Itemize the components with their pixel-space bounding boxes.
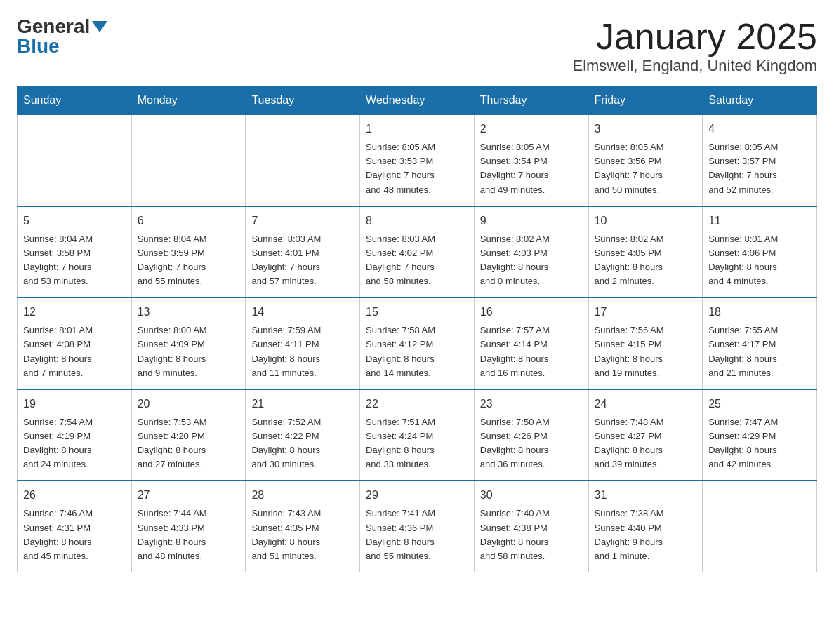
day-info: Sunrise: 7:52 AMSunset: 4:22 PMDaylight:… [251, 415, 354, 472]
day-info: Sunrise: 8:05 AMSunset: 3:56 PMDaylight:… [595, 140, 697, 197]
day-info: Sunrise: 8:03 AMSunset: 4:02 PMDaylight:… [366, 232, 468, 289]
day-info: Sunrise: 7:40 AMSunset: 4:38 PMDaylight:… [480, 507, 583, 563]
table-row: 10Sunrise: 8:02 AMSunset: 4:05 PMDayligh… [588, 206, 703, 298]
day-info: Sunrise: 7:38 AMSunset: 4:40 PMDaylight:… [595, 507, 697, 563]
logo-general-text: General [17, 17, 90, 36]
table-row: 28Sunrise: 7:43 AMSunset: 4:35 PMDayligh… [246, 481, 360, 572]
table-row [246, 114, 360, 206]
day-info: Sunrise: 7:59 AMSunset: 4:11 PMDaylight:… [251, 323, 354, 380]
day-number: 15 [366, 304, 468, 321]
table-row [18, 114, 132, 206]
day-number: 9 [480, 213, 583, 229]
header-tuesday: Tuesday [246, 87, 360, 115]
day-number: 22 [366, 396, 468, 412]
day-info: Sunrise: 8:05 AMSunset: 3:54 PMDaylight:… [480, 140, 583, 197]
svg-marker-0 [92, 21, 107, 32]
logo: General Blue [17, 17, 107, 56]
table-row: 3Sunrise: 8:05 AMSunset: 3:56 PMDaylight… [588, 114, 703, 206]
header-friday: Friday [588, 87, 703, 115]
day-info: Sunrise: 7:56 AMSunset: 4:15 PMDaylight:… [595, 323, 697, 380]
location-title: Elmswell, England, United Kingdom [572, 57, 817, 75]
day-number: 31 [595, 487, 697, 504]
day-info: Sunrise: 7:48 AMSunset: 4:27 PMDaylight:… [595, 415, 697, 472]
logo-blue-text: Blue [17, 36, 60, 56]
day-number: 29 [366, 487, 468, 504]
table-row: 17Sunrise: 7:56 AMSunset: 4:15 PMDayligh… [588, 297, 703, 389]
table-row [703, 481, 817, 572]
table-row: 24Sunrise: 7:48 AMSunset: 4:27 PMDayligh… [588, 389, 703, 481]
day-number: 4 [708, 121, 811, 137]
day-number: 23 [480, 396, 583, 412]
month-title: January 2025 [572, 17, 817, 57]
day-number: 5 [23, 213, 126, 229]
day-info: Sunrise: 7:46 AMSunset: 4:31 PMDaylight:… [23, 507, 126, 563]
day-number: 2 [480, 121, 583, 137]
day-info: Sunrise: 7:51 AMSunset: 4:24 PMDaylight:… [366, 415, 468, 472]
day-info: Sunrise: 8:05 AMSunset: 3:57 PMDaylight:… [708, 140, 811, 197]
header-wednesday: Wednesday [360, 87, 475, 115]
table-row: 9Sunrise: 8:02 AMSunset: 4:03 PMDaylight… [474, 206, 588, 298]
day-number: 30 [480, 487, 583, 504]
day-number: 14 [251, 304, 354, 321]
day-number: 28 [251, 487, 354, 504]
table-row: 11Sunrise: 8:01 AMSunset: 4:06 PMDayligh… [703, 206, 817, 298]
table-row: 31Sunrise: 7:38 AMSunset: 4:40 PMDayligh… [588, 481, 703, 572]
header-thursday: Thursday [474, 87, 588, 115]
header-monday: Monday [131, 87, 246, 115]
day-info: Sunrise: 8:01 AMSunset: 4:06 PMDaylight:… [708, 232, 811, 289]
calendar-week-row: 5Sunrise: 8:04 AMSunset: 3:58 PMDaylight… [18, 206, 817, 298]
day-info: Sunrise: 8:05 AMSunset: 3:53 PMDaylight:… [366, 140, 468, 197]
title-block: January 2025 Elmswell, England, United K… [572, 17, 817, 75]
header-saturday: Saturday [703, 87, 817, 115]
table-row: 14Sunrise: 7:59 AMSunset: 4:11 PMDayligh… [246, 297, 360, 389]
table-row: 30Sunrise: 7:40 AMSunset: 4:38 PMDayligh… [474, 481, 588, 572]
day-number: 12 [23, 304, 126, 321]
day-info: Sunrise: 7:47 AMSunset: 4:29 PMDaylight:… [708, 415, 811, 472]
calendar-week-row: 19Sunrise: 7:54 AMSunset: 4:19 PMDayligh… [18, 389, 817, 481]
day-number: 1 [366, 121, 468, 137]
day-number: 24 [595, 396, 697, 412]
day-number: 19 [23, 396, 126, 412]
table-row: 29Sunrise: 7:41 AMSunset: 4:36 PMDayligh… [360, 481, 475, 572]
table-row: 1Sunrise: 8:05 AMSunset: 3:53 PMDaylight… [360, 114, 475, 206]
calendar-week-row: 12Sunrise: 8:01 AMSunset: 4:08 PMDayligh… [18, 297, 817, 389]
day-number: 11 [708, 213, 811, 229]
table-row: 5Sunrise: 8:04 AMSunset: 3:58 PMDaylight… [18, 206, 132, 298]
day-info: Sunrise: 8:04 AMSunset: 3:59 PMDaylight:… [138, 232, 240, 289]
day-number: 17 [595, 304, 697, 321]
calendar-table: Sunday Monday Tuesday Wednesday Thursday… [17, 86, 817, 572]
day-number: 6 [138, 213, 240, 229]
day-info: Sunrise: 8:04 AMSunset: 3:58 PMDaylight:… [23, 232, 126, 289]
day-number: 18 [708, 304, 811, 321]
day-number: 27 [138, 487, 240, 504]
table-row: 18Sunrise: 7:55 AMSunset: 4:17 PMDayligh… [703, 297, 817, 389]
table-row: 21Sunrise: 7:52 AMSunset: 4:22 PMDayligh… [246, 389, 360, 481]
table-row: 7Sunrise: 8:03 AMSunset: 4:01 PMDaylight… [246, 206, 360, 298]
table-row: 22Sunrise: 7:51 AMSunset: 4:24 PMDayligh… [360, 389, 475, 481]
day-info: Sunrise: 7:57 AMSunset: 4:14 PMDaylight:… [480, 323, 583, 380]
day-info: Sunrise: 8:01 AMSunset: 4:08 PMDaylight:… [23, 323, 126, 380]
day-info: Sunrise: 7:54 AMSunset: 4:19 PMDaylight:… [23, 415, 126, 472]
table-row: 6Sunrise: 8:04 AMSunset: 3:59 PMDaylight… [131, 206, 246, 298]
day-number: 21 [251, 396, 354, 412]
day-info: Sunrise: 7:50 AMSunset: 4:26 PMDaylight:… [480, 415, 583, 472]
day-info: Sunrise: 8:03 AMSunset: 4:01 PMDaylight:… [251, 232, 354, 289]
day-info: Sunrise: 8:00 AMSunset: 4:09 PMDaylight:… [138, 323, 240, 380]
calendar-week-row: 1Sunrise: 8:05 AMSunset: 3:53 PMDaylight… [18, 114, 817, 206]
day-info: Sunrise: 7:55 AMSunset: 4:17 PMDaylight:… [708, 323, 811, 380]
day-number: 25 [708, 396, 811, 412]
day-number: 26 [23, 487, 126, 504]
table-row: 8Sunrise: 8:03 AMSunset: 4:02 PMDaylight… [360, 206, 475, 298]
day-info: Sunrise: 7:41 AMSunset: 4:36 PMDaylight:… [366, 507, 468, 563]
day-info: Sunrise: 8:02 AMSunset: 4:03 PMDaylight:… [480, 232, 583, 289]
table-row: 16Sunrise: 7:57 AMSunset: 4:14 PMDayligh… [474, 297, 588, 389]
table-row: 4Sunrise: 8:05 AMSunset: 3:57 PMDaylight… [703, 114, 817, 206]
day-info: Sunrise: 7:44 AMSunset: 4:33 PMDaylight:… [138, 507, 240, 563]
day-number: 20 [138, 396, 240, 412]
day-number: 10 [595, 213, 697, 229]
day-info: Sunrise: 7:43 AMSunset: 4:35 PMDaylight:… [251, 507, 354, 563]
day-number: 7 [251, 213, 354, 229]
table-row [131, 114, 246, 206]
table-row: 26Sunrise: 7:46 AMSunset: 4:31 PMDayligh… [18, 481, 132, 572]
day-info: Sunrise: 7:53 AMSunset: 4:20 PMDaylight:… [138, 415, 240, 472]
